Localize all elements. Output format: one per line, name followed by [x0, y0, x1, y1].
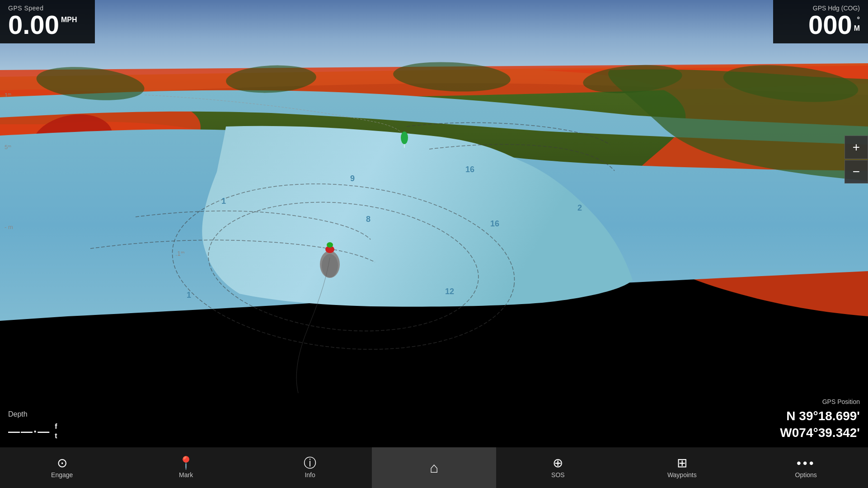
zoom-out-button[interactable]: − [845, 160, 868, 183]
waypoints-icon: ⊞ [677, 457, 687, 469]
depth-marker-9: 9 [350, 174, 355, 183]
sos-icon: ⊕ [553, 457, 563, 469]
nav-item-waypoints[interactable]: ⊞ Waypoints [620, 447, 744, 488]
sos-label: SOS [551, 471, 565, 479]
info-label: Info [305, 471, 315, 479]
gps-heading-number: 000 [808, 12, 852, 38]
waypoints-label: Waypoints [667, 471, 697, 479]
map-container[interactable]: 9 16 8 16 12 1 1 2 1ᵐ 5ᵐ - m .1ᵐ [0, 0, 868, 447]
scale-point1m: .1ᵐ [175, 250, 185, 257]
zoom-in-button[interactable]: + [845, 136, 868, 159]
depth-marker-8: 8 [366, 215, 371, 224]
gps-position-overlay: GPS Position N 39°18.699' W074°39.342' [751, 392, 868, 447]
engage-label: Engage [51, 471, 73, 479]
gps-heading-overlay: GPS Hdg (COG) 000 ° M [773, 0, 868, 43]
gps-heading-unit: ° M [854, 15, 860, 33]
depth-value-row: ——·— ft [8, 422, 84, 441]
engage-icon: ⊙ [57, 457, 67, 469]
nav-item-home[interactable]: ⌂ [372, 447, 496, 488]
gps-position-lon: W074°39.342' [761, 425, 860, 441]
nav-item-sos[interactable]: ⊕ SOS [496, 447, 620, 488]
depth-value: ——·— [8, 425, 50, 439]
nav-item-engage[interactable]: ⊙ Engage [0, 447, 124, 488]
mark-icon: 📍 [178, 457, 194, 469]
depth-overlay: Depth ——·— ft [0, 404, 95, 447]
mark-label: Mark [179, 471, 193, 479]
scale-1m: 1ᵐ [5, 92, 11, 99]
bottom-nav-bar: ⊙ Engage 📍 Mark ⓘ Info ⌂ ⊕ SOS ⊞ Waypoin… [0, 447, 868, 488]
depth-marker-12: 12 [445, 287, 454, 296]
gps-speed-overlay: GPS Speed 0.00 MPH [0, 0, 95, 43]
gps-position-lat: N 39°18.699' [761, 408, 860, 424]
depth-label: Depth [8, 410, 84, 418]
depth-marker-1a: 1 [221, 197, 226, 206]
depth-marker-1b: 1 [187, 291, 191, 300]
scale-m: - m [5, 224, 13, 230]
zoom-controls: + − [845, 136, 868, 183]
depth-marker-2: 2 [577, 203, 582, 213]
gps-speed-number: 0.00 [8, 12, 59, 38]
nav-item-options[interactable]: ••• Options [744, 447, 868, 488]
gps-speed-value: 0.00 MPH [8, 12, 87, 38]
depth-marker-16b: 16 [490, 219, 499, 229]
scale-5m: 5ᵐ [5, 144, 11, 150]
depth-unit: ft [55, 422, 57, 441]
depth-marker-16a: 16 [465, 165, 474, 174]
nav-item-info[interactable]: ⓘ Info [248, 447, 372, 488]
terrain-canvas [0, 0, 868, 447]
gps-heading-value: 000 ° M [781, 12, 860, 38]
gps-speed-unit: MPH [61, 15, 77, 24]
options-icon: ••• [797, 457, 815, 469]
gps-position-label: GPS Position [761, 398, 860, 405]
options-label: Options [795, 471, 817, 479]
nav-item-mark[interactable]: 📍 Mark [124, 447, 248, 488]
info-icon: ⓘ [304, 457, 316, 469]
home-icon: ⌂ [430, 460, 438, 475]
